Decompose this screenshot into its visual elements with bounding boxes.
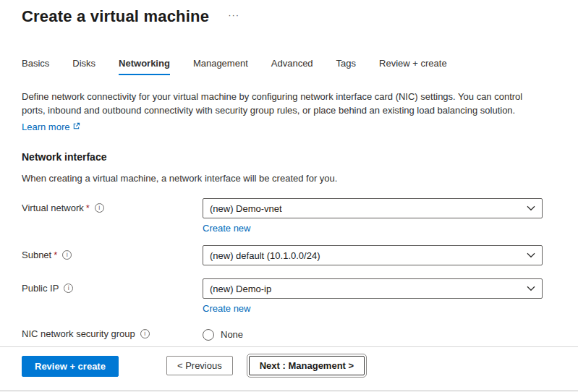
virtual-network-label: Virtual network [22, 203, 84, 213]
field-row-virtual-network: Virtual network * i (new) Demo-vnet Crea… [22, 198, 549, 234]
virtual-network-label-cell: Virtual network * i [22, 198, 203, 234]
virtual-network-control: (new) Demo-vnet Create new [203, 198, 543, 234]
tab-networking[interactable]: Networking [119, 58, 170, 75]
review-create-button[interactable]: Review + create [22, 356, 119, 377]
info-icon[interactable]: i [64, 284, 73, 293]
learn-more-label: Learn more [22, 120, 69, 134]
section-subtext: When creating a virtual machine, a netwo… [22, 173, 549, 184]
public-ip-create-new-link[interactable]: Create new [203, 303, 250, 314]
radio-icon [203, 329, 214, 341]
info-icon[interactable]: i [62, 250, 72, 260]
subnet-control: (new) default (10.1.0.0/24) [203, 245, 543, 265]
subnet-value: (new) default (10.1.0.0/24) [210, 250, 320, 261]
tab-tags[interactable]: Tags [336, 58, 356, 75]
tab-bar: Basics Disks Networking Management Advan… [22, 58, 549, 75]
nic-nsg-option-none[interactable]: None [203, 325, 543, 344]
virtual-network-create-new-link[interactable]: Create new [203, 223, 250, 234]
public-ip-label-cell: Public IP i [22, 278, 203, 314]
subnet-label: Subnet [22, 250, 51, 260]
external-link-icon [72, 120, 80, 134]
field-row-subnet: Subnet * i (new) default (10.1.0.0/24) [22, 245, 549, 265]
footer-bar: Review + create < Previous Next : Manage… [0, 346, 578, 391]
option-label: None [221, 329, 243, 340]
create-vm-page: Create a virtual machine ··· Basics Disk… [0, 7, 578, 380]
nic-nsg-label: NIC network security group [22, 328, 135, 339]
next-management-button[interactable]: Next : Management > [249, 356, 365, 375]
previous-button[interactable]: < Previous [166, 356, 233, 375]
chevron-down-icon [527, 205, 535, 211]
subnet-label-cell: Subnet * i [22, 245, 203, 265]
public-ip-control: (new) Demo-ip Create new [203, 278, 543, 314]
section-heading-network-interface: Network interface [22, 151, 549, 163]
public-ip-label: Public IP [22, 283, 59, 294]
required-asterisk: * [54, 250, 57, 260]
subnet-dropdown[interactable]: (new) default (10.1.0.0/24) [203, 245, 543, 265]
chevron-down-icon [527, 286, 535, 291]
virtual-network-value: (new) Demo-vnet [210, 203, 282, 214]
public-ip-dropdown[interactable]: (new) Demo-ip [203, 278, 543, 299]
info-icon[interactable]: i [95, 203, 104, 213]
chevron-down-icon [527, 252, 535, 258]
intro-text: Define network connectivity for your vir… [22, 91, 522, 116]
tab-basics[interactable]: Basics [22, 58, 49, 75]
more-options-icon[interactable]: ··· [228, 12, 239, 19]
tab-management[interactable]: Management [193, 58, 248, 75]
virtual-network-dropdown[interactable]: (new) Demo-vnet [203, 198, 543, 218]
page-header: Create a virtual machine ··· [22, 7, 549, 26]
intro-block: Define network connectivity for your vir… [22, 90, 543, 134]
page-title: Create a virtual machine [22, 7, 209, 26]
tab-advanced[interactable]: Advanced [271, 58, 313, 75]
required-asterisk: * [86, 203, 90, 213]
tab-review-create[interactable]: Review + create [379, 58, 447, 75]
info-icon[interactable]: i [140, 329, 150, 338]
field-row-public-ip: Public IP i (new) Demo-ip Create new [22, 278, 549, 314]
learn-more-link[interactable]: Learn more [22, 120, 80, 134]
tab-disks[interactable]: Disks [72, 58, 95, 75]
public-ip-value: (new) Demo-ip [210, 284, 271, 294]
